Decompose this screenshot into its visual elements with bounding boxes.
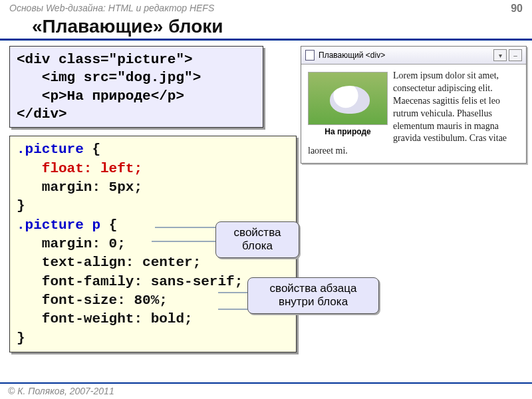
css-selector: .picture — [17, 142, 84, 157]
connector-line — [155, 227, 216, 228]
slide-title: «Плавающие» блоки — [0, 16, 532, 41]
connector-line — [152, 241, 217, 242]
header-subject: Основы Web-дизайна: HTML и редактор HEFS — [9, 3, 214, 15]
dropdown-icon[interactable]: ▾ — [493, 49, 507, 61]
callout-block-props: свойства блока — [215, 221, 299, 258]
document-icon — [305, 50, 315, 61]
callout-paragraph-props: свойства абзаца внутри блока — [247, 277, 379, 314]
browser-title: Плавающий <div> — [319, 51, 385, 60]
dog-image — [308, 72, 388, 125]
connector-line — [218, 309, 249, 310]
picture-block: На природе — [308, 72, 388, 137]
browser-page: На природе Lorem ipsum dolor sit amet, c… — [301, 65, 526, 163]
connector-line — [218, 292, 249, 293]
css-selector-p: .picture p — [17, 217, 100, 233]
minimize-icon[interactable]: – — [509, 49, 522, 61]
html-code-box: <div class="picture"> <img src="dog.jpg"… — [9, 46, 263, 128]
css-float-line: float: left; — [17, 161, 142, 176]
slide-content: <div class="picture"> <img src="dog.jpg"… — [0, 46, 532, 352]
slide-footer: © К. Поляков, 2007-2011 — [0, 382, 532, 399]
picture-caption: На природе — [308, 126, 388, 137]
page-number: 90 — [511, 3, 523, 15]
window-controls: ▾ – — [493, 49, 522, 61]
browser-preview: Плавающий <div> ▾ – На природе Lorem ips… — [301, 46, 527, 164]
slide-header: Основы Web-дизайна: HTML и редактор HEFS… — [0, 0, 532, 16]
browser-titlebar: Плавающий <div> ▾ – — [301, 47, 526, 65]
